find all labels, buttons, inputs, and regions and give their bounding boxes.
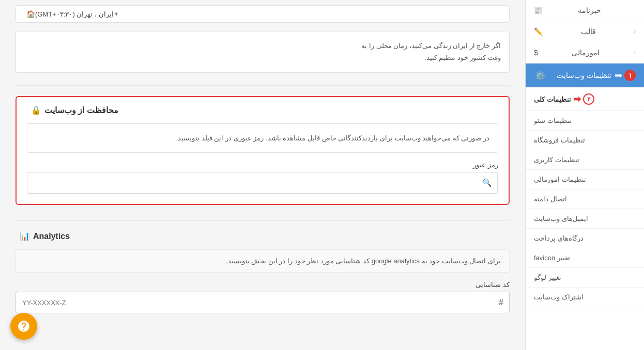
sidebar-item-label: خبرنامه	[578, 6, 601, 14]
sub-item-label: تنظیمات کاربری	[534, 156, 579, 164]
protection-section: محافظت از وب‌سایت 🔒 در صورتی که می‌خواهی…	[16, 96, 510, 205]
code-label: کد شناسایی	[16, 281, 510, 289]
sub-item-label: تنظیمات امورمالی	[534, 176, 586, 183]
template-icon: ✏️	[534, 27, 543, 36]
sidebar-item-site-settings[interactable]: ۱ ➡ تنظیمات وب‌سایت ⚙️	[526, 63, 644, 88]
step2-badge: ۲	[583, 93, 594, 105]
analytics-icon: 📊	[20, 231, 30, 241]
red-arrow-2: ➡	[573, 93, 581, 105]
sub-item-label: درگاه‌های پرداخت	[534, 234, 584, 242]
analytics-desc-text: برای اتصال وب‌سایت خود به google analyti…	[226, 257, 501, 265]
analytics-description: برای اتصال وب‌سایت خود به google analyti…	[16, 249, 510, 273]
protection-title-text: محافظت از وب‌سایت	[44, 105, 118, 115]
password-label: رمز عبور	[27, 161, 498, 169]
code-input[interactable]	[16, 294, 494, 312]
sub-item-label: تنظیمات کلی	[534, 96, 571, 103]
sidebar-item-label: تنظیمات وب‌سایت	[550, 71, 611, 79]
dropdown-chevron-icon: ▼	[114, 11, 119, 17]
sub-item-label: اتصال دامنه	[534, 195, 567, 203]
timezone-info-box: اگر خارج از ایران زندگی می‌کنید، زمان مح…	[16, 31, 510, 73]
protection-desc-text: در صورتی که می‌خواهید وب‌سایت برای بازدی…	[176, 134, 489, 142]
sidebar: خبرنامه 📰 ‹ قالب ✏️ ‹ امورمالی $ ۱ ➡ تنظ…	[525, 0, 644, 350]
sidebar-sub-item-seo[interactable]: تنظیمات سئو	[526, 111, 644, 131]
sub-item-label: تغییر لوگو	[534, 274, 561, 281]
sidebar-sub-item-user[interactable]: تنظیمات کاربری	[526, 150, 644, 170]
step1-badge: ۱	[624, 70, 636, 81]
analytics-title-text: Analytics	[33, 232, 70, 241]
news-icon: 📰	[534, 6, 543, 14]
hash-icon: #	[494, 292, 509, 313]
timezone-value: ایران ، تهران (GMT+۰۳:۳۰)	[35, 10, 114, 18]
sidebar-sub-item-emails[interactable]: ایمیل‌های وب‌سایت	[526, 209, 644, 229]
sidebar-item-label: امورمالی	[572, 49, 600, 57]
sidebar-sub-item-subscription[interactable]: اشتراک وب‌سایت	[526, 288, 644, 307]
code-input-wrapper: #	[16, 292, 510, 313]
sidebar-item-news[interactable]: خبرنامه 📰	[526, 0, 644, 21]
sidebar-item-template[interactable]: ‹ قالب ✏️	[526, 21, 644, 42]
divider-1	[16, 85, 510, 86]
analytics-section: Analytics 📊 برای اتصال وب‌سایت خود به go…	[16, 231, 510, 313]
sub-item-label: تغییر favicon	[534, 254, 570, 262]
settings-icon: ⚙️	[534, 71, 546, 81]
password-input[interactable]	[27, 174, 477, 192]
sidebar-sub-item-finance[interactable]: تنظیمات امورمالی	[526, 170, 644, 189]
sub-item-label: اشتراک وب‌سایت	[534, 293, 584, 301]
chevron-icon: ‹	[634, 49, 636, 56]
protection-title: محافظت از وب‌سایت 🔒	[27, 105, 498, 115]
home-icon: 🏠	[26, 10, 35, 18]
sidebar-sub-item-domain[interactable]: اتصال دامنه	[526, 189, 644, 209]
sidebar-sub-item-payment[interactable]: درگاه‌های پرداخت	[526, 229, 644, 248]
timezone-bar[interactable]: ▼ ایران ، تهران (GMT+۰۳:۳۰) 🏠	[16, 5, 510, 23]
timezone-info-text: اگر خارج از ایران زندگی می‌کنید، زمان مح…	[361, 42, 501, 61]
sidebar-sub-item-favicon[interactable]: تغییر favicon	[526, 248, 644, 268]
main-content: ▼ ایران ، تهران (GMT+۰۳:۳۰) 🏠 اگر خارج ا…	[0, 0, 525, 350]
sidebar-sub-item-shop[interactable]: تنظیمات فروشگاه	[526, 131, 644, 150]
sub-item-label: تنظیمات سئو	[534, 117, 572, 124]
search-icon: 🔍	[477, 172, 498, 193]
sidebar-sub-item-general[interactable]: ۲ ➡ تنظیمات کلی	[526, 88, 644, 111]
password-input-wrapper: 🔍	[27, 172, 498, 194]
support-icon	[17, 320, 30, 333]
red-arrow-1: ➡	[615, 70, 622, 81]
divider-2	[16, 220, 510, 221]
sidebar-item-currency[interactable]: ‹ امورمالی $	[526, 42, 644, 63]
support-button[interactable]	[10, 313, 37, 340]
sidebar-item-label: قالب	[581, 27, 596, 36]
currency-icon: $	[534, 49, 538, 57]
sub-item-label: ایمیل‌های وب‌سایت	[534, 215, 588, 222]
sidebar-sub-item-logo[interactable]: تغییر لوگو	[526, 268, 644, 288]
analytics-title: Analytics 📊	[16, 231, 510, 241]
sub-item-label: تنظیمات فروشگاه	[534, 136, 585, 144]
chevron-icon: ‹	[634, 28, 636, 35]
protection-description: در صورتی که می‌خواهید وب‌سایت برای بازدی…	[27, 123, 498, 153]
lock-icon: 🔒	[31, 105, 41, 115]
